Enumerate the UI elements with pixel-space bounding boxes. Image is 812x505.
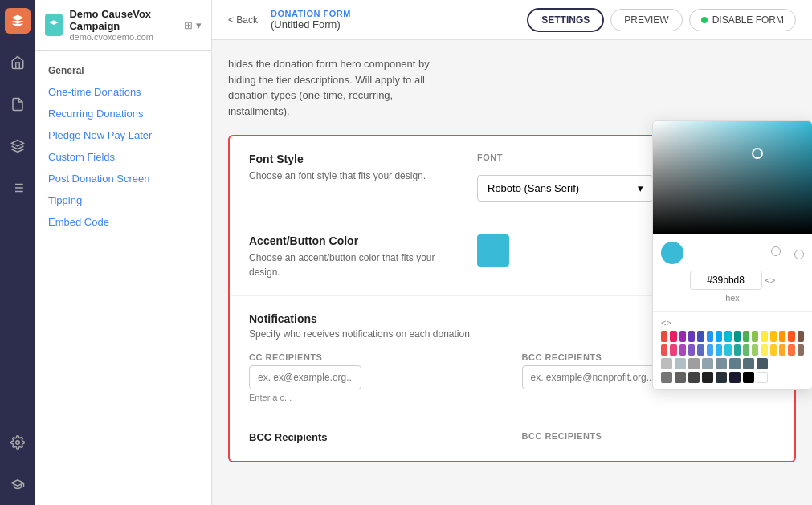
content-area: hides the donation form hero component b… <box>212 40 812 505</box>
preview-button[interactable]: PREVIEW <box>610 9 682 31</box>
font-label: FONT <box>477 153 503 162</box>
swatch-green[interactable] <box>743 331 749 342</box>
swatch-pink[interactable] <box>670 331 676 342</box>
swatch-arrows[interactable]: <> <box>661 318 671 328</box>
swatch-deep-orange[interactable] <box>788 331 794 342</box>
campaign-menu-icon[interactable]: ⊞ <box>184 19 193 31</box>
swatch-teal[interactable] <box>734 331 741 342</box>
accent-color-title: Accent/Button Color <box>249 234 458 247</box>
bcc-field-label: BCC RECIPIENTS <box>522 431 776 441</box>
swatch-yellow[interactable] <box>761 331 767 342</box>
gradient-canvas[interactable] <box>653 121 812 234</box>
form-name: (Untitled Form) <box>271 18 351 31</box>
accent-color-description: Choose an accent/button color that fits … <box>249 250 458 279</box>
gradient-cursor <box>752 148 763 159</box>
campaign-subtitle: demo.cvoxdemo.com <box>69 32 177 42</box>
nav-settings-icon[interactable] <box>5 430 31 455</box>
swatch-amber[interactable] <box>770 331 777 342</box>
opacity-thumb <box>794 250 804 259</box>
nav-list-icon[interactable] <box>5 175 31 201</box>
main-area: < Back DONATION FORM (Untitled Form) SET… <box>212 0 812 505</box>
swatch-brown[interactable] <box>798 331 804 342</box>
swatch-red[interactable] <box>661 331 667 342</box>
color-picker-popup: <> hex <> <box>652 120 812 390</box>
cc-input[interactable] <box>249 365 361 389</box>
sidebar-item-tipping[interactable]: Tipping <box>35 189 211 211</box>
sidebar-item-post-donation[interactable]: Post Donation Screen <box>35 168 211 189</box>
sidebar-item-pledge[interactable]: Pledge Now Pay Later <box>35 124 211 146</box>
left-nav <box>0 0 35 505</box>
sidebar-nav: General One-time Donations Recurring Don… <box>35 51 211 242</box>
settings-button[interactable]: SETTINGS <box>527 8 604 32</box>
svg-marker-0 <box>12 141 24 147</box>
campaign-chevron-icon[interactable]: ▾ <box>196 19 202 31</box>
cc-help-text: Enter a c... <box>249 393 503 402</box>
app-logo[interactable] <box>5 8 31 34</box>
nav-graduation-icon[interactable] <box>5 471 31 497</box>
sidebar-item-recurring[interactable]: Recurring Donations <box>35 103 211 124</box>
nav-document-icon[interactable] <box>5 92 31 117</box>
swatch-light-blue[interactable] <box>716 331 722 342</box>
swatch-row-2 <box>661 344 804 356</box>
campaign-title: Demo CauseVox Campaign <box>69 8 177 32</box>
swatch-orange[interactable] <box>779 331 785 342</box>
status-dot <box>701 17 708 23</box>
color-swatch[interactable] <box>477 234 509 267</box>
sidebar-section-general: General <box>35 60 211 81</box>
hue-thumb <box>771 246 781 256</box>
sidebar-item-custom-fields[interactable]: Custom Fields <box>35 146 211 168</box>
bcc-section: BCC Recipients BCC RECIPIENTS <box>230 418 794 461</box>
swatch-indigo[interactable] <box>697 331 704 342</box>
swatch-cyan[interactable] <box>724 331 731 342</box>
sidebar-item-one-time[interactable]: One-time Donations <box>35 81 211 103</box>
back-button[interactable]: < Back <box>228 14 258 26</box>
color-preview-circle <box>661 242 683 264</box>
svg-point-7 <box>16 441 20 445</box>
font-style-title: Font Style <box>249 153 458 165</box>
swatch-light-green[interactable] <box>752 331 758 342</box>
nav-layers-icon[interactable] <box>5 133 31 159</box>
donation-form-label: DONATION FORM <box>271 9 351 18</box>
swatch-row-1 <box>661 331 804 342</box>
swatch-blue[interactable] <box>707 331 713 342</box>
swatches-section: <> <box>653 311 812 389</box>
hex-label: hex <box>661 293 804 303</box>
font-dropdown[interactable]: Roboto (Sans Serif) ▾ <box>477 175 654 202</box>
campaign-icon <box>45 14 63 36</box>
font-chevron-icon: ▾ <box>638 182 643 194</box>
swatch-deep-purple[interactable] <box>688 331 695 342</box>
swatch-purple[interactable] <box>679 331 686 342</box>
swatches-grid <box>661 331 804 383</box>
top-bar: < Back DONATION FORM (Untitled Form) SET… <box>212 0 812 40</box>
sidebar-item-embed-code[interactable]: Embed Code <box>35 211 211 233</box>
bcc-row-label: BCC Recipients <box>249 431 503 443</box>
font-style-description: Choose an font style that fits your desi… <box>249 169 458 183</box>
intro-text: hides the donation form hero component b… <box>228 56 437 119</box>
hex-input[interactable] <box>690 271 762 290</box>
sidebar: Demo CauseVox Campaign demo.cvoxdemo.com… <box>35 0 212 505</box>
disable-form-button[interactable]: DISABLE FORM <box>689 9 796 31</box>
cc-label: CC RECIPIENTS <box>249 352 503 362</box>
font-selected-value: Roboto (Sans Serif) <box>488 182 579 194</box>
sidebar-header: Demo CauseVox Campaign demo.cvoxdemo.com… <box>35 0 211 51</box>
hex-arrows[interactable]: <> <box>765 275 776 285</box>
swatch-row-4 <box>661 372 804 383</box>
swatch-row-3 <box>661 358 804 369</box>
nav-home-icon[interactable] <box>5 50 31 75</box>
